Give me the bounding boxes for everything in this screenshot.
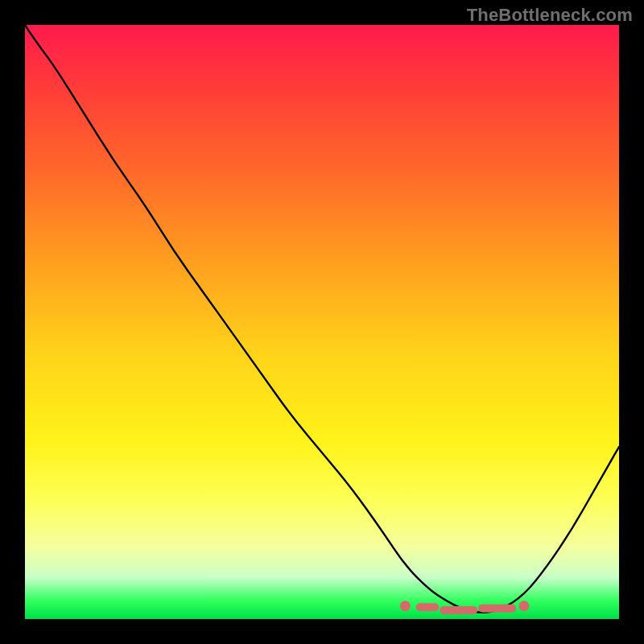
optimum-dot <box>518 601 529 611</box>
chart-frame: TheBottleneck.com <box>0 0 644 644</box>
plot-area <box>25 25 619 619</box>
curve-svg <box>25 25 619 619</box>
bottleneck-curve <box>25 25 619 613</box>
watermark-text: TheBottleneck.com <box>467 5 633 26</box>
optimum-dot <box>400 601 411 611</box>
optimum-markers <box>400 601 530 611</box>
